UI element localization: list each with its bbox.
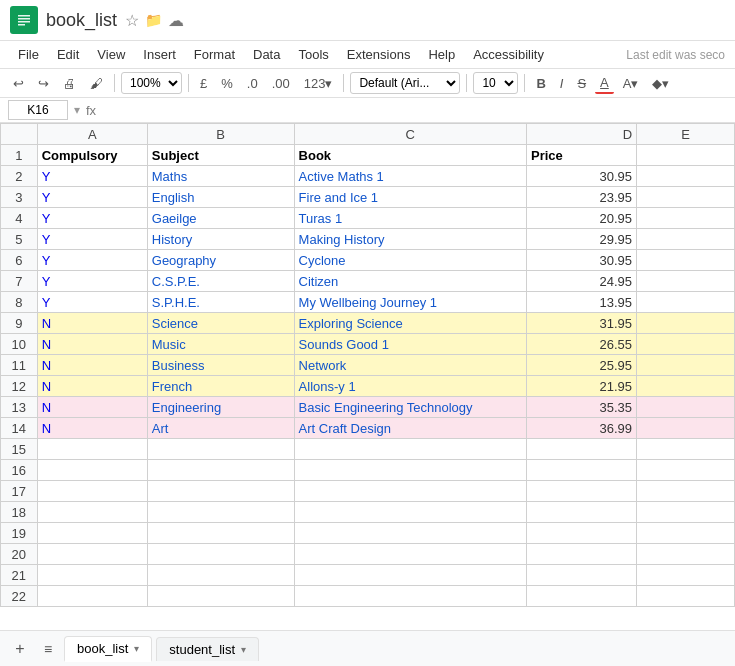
table-cell[interactable]: 20.95 [527, 208, 637, 229]
table-cell[interactable]: Network [294, 355, 526, 376]
table-cell[interactable] [637, 502, 735, 523]
row-number[interactable]: 7 [1, 271, 38, 292]
table-cell[interactable] [147, 481, 294, 502]
table-row[interactable]: 14NArtArt Craft Design36.99 [1, 418, 735, 439]
table-cell[interactable] [637, 418, 735, 439]
table-cell[interactable]: Maths [147, 166, 294, 187]
table-cell[interactable]: Gaeilge [147, 208, 294, 229]
row-number[interactable]: 4 [1, 208, 38, 229]
table-cell[interactable] [637, 229, 735, 250]
menu-edit[interactable]: Edit [49, 43, 87, 66]
table-cell[interactable]: N [37, 376, 147, 397]
decimal-decrease-button[interactable]: .0 [242, 74, 263, 93]
table-cell[interactable] [637, 250, 735, 271]
table-cell[interactable]: Music [147, 334, 294, 355]
table-cell[interactable]: 31.95 [527, 313, 637, 334]
folder-icon[interactable]: 📁 [145, 12, 162, 28]
table-cell[interactable] [147, 565, 294, 586]
table-cell[interactable] [294, 460, 526, 481]
table-cell[interactable]: 23.95 [527, 187, 637, 208]
table-row[interactable]: 20 [1, 544, 735, 565]
table-cell[interactable]: Y [37, 250, 147, 271]
table-cell[interactable]: Exploring Science [294, 313, 526, 334]
table-cell[interactable]: 36.99 [527, 418, 637, 439]
table-cell[interactable] [527, 544, 637, 565]
table-cell[interactable]: N [37, 397, 147, 418]
table-cell[interactable] [294, 481, 526, 502]
table-cell[interactable] [527, 502, 637, 523]
table-cell[interactable] [147, 460, 294, 481]
table-cell[interactable]: My Wellbeing Journey 1 [294, 292, 526, 313]
table-cell[interactable]: 26.55 [527, 334, 637, 355]
row-number[interactable]: 19 [1, 523, 38, 544]
menu-help[interactable]: Help [420, 43, 463, 66]
font-size-select[interactable]: 10 [473, 72, 518, 94]
table-cell[interactable] [294, 502, 526, 523]
cloud-icon[interactable]: ☁ [168, 11, 184, 30]
table-cell[interactable]: Art [147, 418, 294, 439]
table-row[interactable]: 13NEngineeringBasic Engineering Technolo… [1, 397, 735, 418]
underline-button[interactable]: A [595, 73, 614, 94]
table-row[interactable]: 17 [1, 481, 735, 502]
menu-format[interactable]: Format [186, 43, 243, 66]
table-cell[interactable] [147, 502, 294, 523]
menu-tools[interactable]: Tools [290, 43, 336, 66]
table-row[interactable]: 22 [1, 586, 735, 607]
table-cell[interactable] [637, 481, 735, 502]
table-cell[interactable]: Sounds Good 1 [294, 334, 526, 355]
row-number[interactable]: 15 [1, 439, 38, 460]
table-cell[interactable] [637, 397, 735, 418]
table-row[interactable]: 1CompulsorySubjectBookPrice [1, 145, 735, 166]
star-icon[interactable]: ☆ [125, 11, 139, 30]
table-cell[interactable] [37, 586, 147, 607]
menu-insert[interactable]: Insert [135, 43, 184, 66]
table-cell[interactable] [637, 208, 735, 229]
table-cell[interactable]: Active Maths 1 [294, 166, 526, 187]
table-cell[interactable]: Y [37, 292, 147, 313]
table-cell[interactable]: 21.95 [527, 376, 637, 397]
row-number[interactable]: 12 [1, 376, 38, 397]
table-cell[interactable] [527, 565, 637, 586]
print-button[interactable]: 🖨 [58, 74, 81, 93]
table-cell[interactable]: History [147, 229, 294, 250]
decimal-increase-button[interactable]: .00 [267, 74, 295, 93]
table-cell[interactable] [637, 271, 735, 292]
table-cell[interactable] [637, 523, 735, 544]
table-cell[interactable] [637, 355, 735, 376]
table-cell[interactable]: Fire and Ice 1 [294, 187, 526, 208]
table-cell[interactable]: Y [37, 208, 147, 229]
table-cell[interactable] [637, 544, 735, 565]
row-number[interactable]: 16 [1, 460, 38, 481]
table-cell[interactable]: Price [527, 145, 637, 166]
table-cell[interactable]: N [37, 355, 147, 376]
table-cell[interactable]: Allons-y 1 [294, 376, 526, 397]
col-header-c[interactable]: C [294, 124, 526, 145]
row-number[interactable]: 17 [1, 481, 38, 502]
table-row[interactable]: 10NMusicSounds Good 126.55 [1, 334, 735, 355]
table-cell[interactable]: Engineering [147, 397, 294, 418]
percent-button[interactable]: % [216, 74, 238, 93]
table-cell[interactable]: 13.95 [527, 292, 637, 313]
table-cell[interactable]: 30.95 [527, 166, 637, 187]
table-cell[interactable]: Y [37, 166, 147, 187]
table-cell[interactable] [147, 544, 294, 565]
row-number[interactable]: 22 [1, 586, 38, 607]
table-cell[interactable] [37, 502, 147, 523]
table-cell[interactable] [637, 292, 735, 313]
table-cell[interactable]: Citizen [294, 271, 526, 292]
table-cell[interactable] [637, 166, 735, 187]
table-cell[interactable]: S.P.H.E. [147, 292, 294, 313]
table-cell[interactable]: 24.95 [527, 271, 637, 292]
table-cell[interactable]: 29.95 [527, 229, 637, 250]
bold-button[interactable]: B [531, 74, 550, 93]
row-number[interactable]: 18 [1, 502, 38, 523]
row-number[interactable]: 6 [1, 250, 38, 271]
cell-reference-input[interactable] [8, 100, 68, 120]
italic-button[interactable]: I [555, 74, 569, 93]
table-row[interactable]: 2YMathsActive Maths 130.95 [1, 166, 735, 187]
table-cell[interactable] [527, 523, 637, 544]
table-cell[interactable] [294, 565, 526, 586]
table-cell[interactable] [37, 544, 147, 565]
table-row[interactable]: 8YS.P.H.E.My Wellbeing Journey 113.95 [1, 292, 735, 313]
currency-button[interactable]: £ [195, 74, 212, 93]
